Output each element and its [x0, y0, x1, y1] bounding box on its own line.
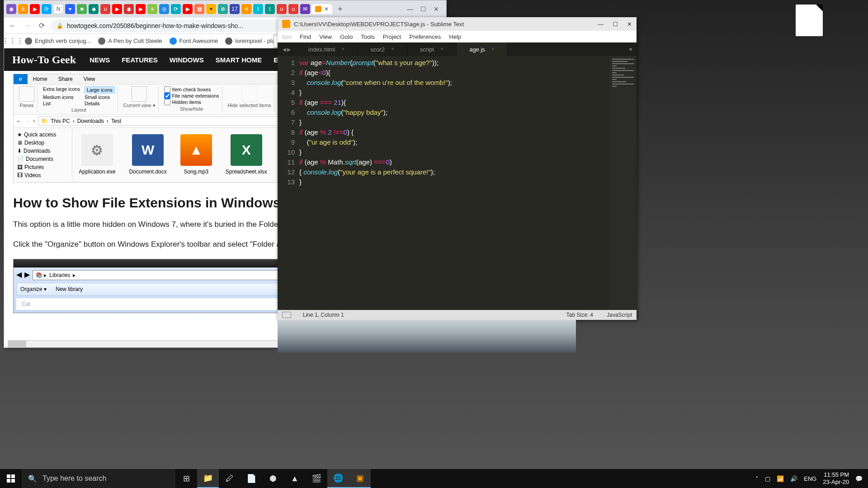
status-icon[interactable] — [282, 312, 291, 318]
checkbox-item-check[interactable] — [164, 86, 170, 93]
ribbon-tab-share[interactable]: Share — [53, 74, 78, 84]
new-library-button[interactable]: New library — [56, 286, 83, 292]
tab-favicon[interactable]: ▦ — [194, 4, 204, 14]
taskbar-app[interactable]: 📄 — [241, 469, 262, 488]
back-button[interactable]: ← — [8, 21, 18, 31]
nav-link[interactable]: WINDOWS — [170, 56, 204, 64]
organize-button[interactable]: Organize ▾ — [20, 286, 47, 292]
menu-item[interactable]: Goto — [340, 33, 353, 40]
language-indicator[interactable]: ENG — [804, 475, 816, 482]
nav-back-icon[interactable]: ← — [16, 118, 22, 124]
editor-tab-active[interactable]: age.js× — [457, 42, 508, 56]
nav-up-icon[interactable]: ↑ — [33, 118, 35, 124]
taskbar-app-explorer[interactable]: 📁 — [197, 469, 219, 488]
navpane-documents[interactable]: 📄 Documents — [15, 155, 70, 163]
close-icon[interactable]: ✕ — [434, 5, 439, 13]
tab-favicon[interactable]: 17 — [230, 4, 240, 14]
start-button[interactable] — [0, 469, 22, 488]
tab-favicon[interactable]: u — [100, 4, 110, 14]
taskbar-app[interactable]: 🎬 — [306, 469, 327, 488]
tab-favicon[interactable]: d — [18, 4, 28, 14]
menu-item[interactable]: tion — [282, 33, 292, 40]
tab-favicon[interactable]: ≡ — [241, 4, 251, 14]
nav-link[interactable]: SMART HOME — [216, 56, 262, 64]
apps-button[interactable]: ⋮⋮⋮ — [8, 36, 18, 46]
site-logo[interactable]: How-To Geek — [12, 54, 76, 66]
close-tab-icon[interactable]: × — [391, 46, 394, 52]
menu-item[interactable]: Project — [383, 33, 401, 40]
editor-tab[interactable]: index.html× — [296, 42, 358, 56]
taskbar-search[interactable]: 🔍 Type here to search — [22, 469, 175, 488]
nav-back-icon[interactable]: ◀ — [16, 270, 22, 280]
tab-favicon[interactable]: ✦ — [206, 4, 216, 14]
tab-favicon[interactable]: ✉ — [300, 4, 310, 14]
tab-favicon[interactable]: t — [265, 4, 275, 14]
maximize-icon[interactable]: ☐ — [420, 5, 426, 13]
minimize-icon[interactable]: — — [598, 21, 604, 28]
tab-favicon[interactable]: t — [253, 4, 263, 14]
battery-icon[interactable]: ▢ — [765, 475, 770, 482]
nav-fwd-icon[interactable]: → — [24, 118, 30, 124]
syntax-language[interactable]: JavaScript — [607, 312, 632, 318]
nav-link[interactable]: FEATURES — [122, 56, 158, 64]
tab-favicon[interactable]: ◆ — [89, 4, 99, 14]
navpane-quick-access[interactable]: ★ Quick access — [15, 131, 70, 139]
code-editor[interactable]: 12345678910111213 var age=Number(prompt(… — [278, 56, 637, 310]
reload-button[interactable]: ⟳ — [37, 21, 47, 31]
maximize-icon[interactable]: ☐ — [613, 21, 618, 28]
close-tab-icon[interactable]: ✕ — [324, 6, 329, 12]
tab-favicon[interactable]: u — [277, 4, 287, 14]
file-item[interactable]: XSpreadsheet.xlsx — [226, 134, 267, 176]
taskbar-app[interactable]: ⬢ — [262, 469, 284, 488]
tab-favicon[interactable]: ≡ — [147, 4, 157, 14]
minimap[interactable] — [609, 56, 637, 310]
menu-item[interactable]: Tools — [361, 33, 374, 40]
menu-item[interactable]: Preferences — [409, 33, 441, 40]
ribbon-tab-file[interactable]: e — [14, 74, 28, 84]
bookmark-item[interactable]: English verb conjug... — [25, 38, 91, 45]
new-tab-button[interactable]: + — [333, 5, 347, 14]
nav-fwd-icon[interactable]: ▶ — [24, 270, 30, 280]
desktop-file-icon[interactable] — [796, 5, 823, 36]
ribbon-tab-home[interactable]: Home — [28, 74, 53, 84]
tab-favicon[interactable]: ◉ — [6, 4, 16, 14]
tab-favicon[interactable]: u — [288, 4, 298, 14]
file-item[interactable]: WDocument.docx — [129, 134, 166, 176]
menu-item[interactable]: View — [319, 33, 332, 40]
navpane-videos[interactable]: 🎞 Videos — [15, 171, 70, 179]
tab-favicon[interactable]: ⟳ — [171, 4, 181, 14]
tab-favicon[interactable]: ▶ — [30, 4, 40, 14]
checkbox-filename-ext[interactable] — [164, 93, 170, 99]
tray-chevron-icon[interactable]: ˄ — [755, 475, 759, 482]
taskbar-app[interactable]: 🖊 — [219, 469, 241, 488]
minimize-icon[interactable]: — — [407, 5, 413, 13]
volume-icon[interactable]: 🔊 — [790, 475, 797, 482]
tab-dropdown-icon[interactable]: ▼ — [625, 42, 637, 56]
taskbar-app-vlc[interactable]: ▲ — [284, 469, 306, 488]
active-tab[interactable]: ✕ — [311, 4, 332, 14]
tab-favicon[interactable]: ◉ — [124, 4, 134, 14]
tab-favicon[interactable]: ▶ — [112, 4, 122, 14]
close-tab-icon[interactable]: × — [491, 46, 495, 52]
file-item[interactable]: ⚙Application.exe — [79, 134, 115, 176]
tab-favicon[interactable]: ⟳ — [42, 4, 52, 14]
ribbon-tab-view[interactable]: View — [78, 74, 101, 84]
tab-favicon[interactable]: ▶ — [136, 4, 146, 14]
task-view-button[interactable]: ⊞ — [175, 469, 197, 488]
navpane-downloads[interactable]: ⬇ Downloads — [15, 147, 70, 155]
code-content[interactable]: var age=Number(prompt("what s your age?"… — [299, 56, 637, 310]
tab-favicon[interactable]: ⊕ — [218, 4, 228, 14]
tab-history-icon[interactable]: ◀ ▶ — [278, 42, 296, 56]
menu-item[interactable]: Find — [300, 33, 311, 40]
nav-link[interactable]: NEWS — [90, 56, 110, 64]
tab-favicon[interactable]: N — [53, 4, 63, 14]
taskbar-app-sublime[interactable]: ▣ — [349, 469, 371, 488]
checkbox-hidden[interactable] — [164, 99, 170, 105]
close-tab-icon[interactable]: × — [440, 46, 443, 52]
close-icon[interactable]: ✕ — [627, 21, 632, 28]
tab-favicon[interactable]: ▶ — [183, 4, 193, 14]
editor-tab[interactable]: scor2× — [358, 42, 407, 56]
editor-tab[interactable]: script× — [407, 42, 457, 56]
tab-favicon[interactable]: ▾ — [65, 4, 75, 14]
tab-size[interactable]: Tab Size: 4 — [566, 312, 593, 318]
